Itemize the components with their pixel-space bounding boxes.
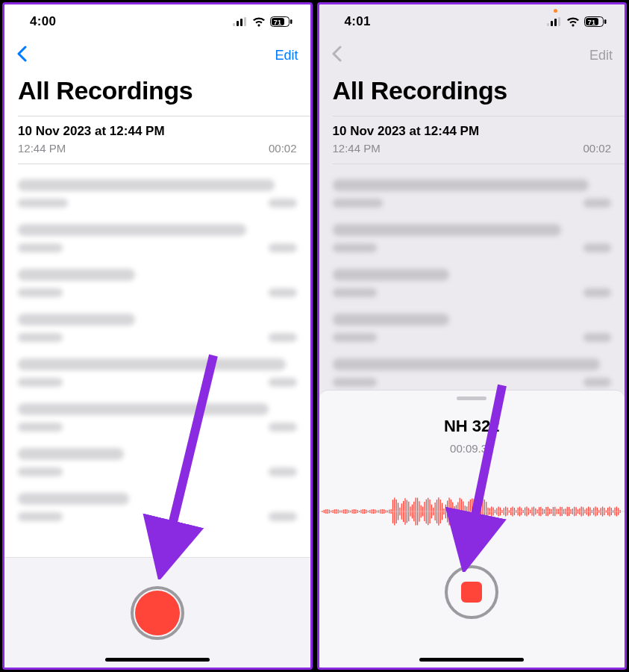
svg-rect-12	[554, 19, 557, 26]
svg-rect-10	[547, 23, 549, 26]
recording-duration: 00:02	[583, 142, 611, 155]
svg-text:71: 71	[273, 19, 281, 26]
status-icons: 71	[233, 16, 292, 27]
recording-item[interactable]: 10 Nov 2023 at 12:44 PM 12:44 PM 00:02	[319, 116, 625, 164]
chevron-left-icon	[16, 46, 27, 62]
nav-bar: Edit	[4, 39, 310, 72]
battery-icon: 71	[270, 16, 292, 27]
status-icons: 71	[547, 16, 607, 27]
svg-rect-16	[604, 19, 607, 24]
svg-rect-2	[240, 19, 242, 26]
status-bar: 4:00 71	[4, 4, 310, 39]
edit-button[interactable]: Edit	[589, 48, 613, 63]
home-indicator[interactable]	[419, 658, 524, 662]
record-icon	[135, 591, 180, 635]
list-item-blurred	[18, 314, 297, 342]
screenshot-left: 4:00 71 Edit All Recordings 10 Nov 2023 …	[2, 2, 313, 670]
stop-button[interactable]	[445, 565, 498, 619]
status-bar: 4:01 71	[319, 4, 625, 39]
page-title: All Recordings	[4, 72, 310, 116]
list-item-blurred	[18, 493, 297, 521]
recording-meta: 12:44 PM 00:02	[333, 142, 612, 155]
list-item-blurred	[333, 224, 612, 252]
record-button[interactable]	[131, 586, 184, 640]
battery-icon: 71	[584, 16, 607, 27]
recording-title: 10 Nov 2023 at 12:44 PM	[333, 124, 612, 139]
cellular-icon	[547, 17, 562, 26]
edit-button[interactable]: Edit	[275, 48, 298, 63]
stop-icon	[461, 582, 482, 603]
back-button[interactable]	[16, 46, 27, 65]
list-item-blurred	[333, 314, 612, 342]
chevron-left-icon	[331, 46, 342, 62]
recording-time: 12:44 PM	[333, 142, 381, 155]
recording-title: 10 Nov 2023 at 12:44 PM	[18, 124, 297, 139]
status-time: 4:01	[345, 14, 371, 29]
list-item-blurred	[18, 448, 297, 476]
wifi-icon	[566, 17, 580, 27]
list-item-blurred	[18, 403, 297, 432]
recording-meta: 12:44 PM 00:02	[18, 142, 297, 155]
back-button[interactable]	[331, 46, 342, 65]
wifi-icon	[252, 17, 266, 27]
list-item-blurred	[333, 358, 612, 387]
recording-name: NH 322	[444, 417, 500, 436]
svg-rect-13	[558, 17, 560, 26]
nav-bar: Edit	[319, 39, 625, 72]
list-item-blurred	[18, 179, 297, 208]
recording-indicator-icon	[554, 9, 557, 13]
list-item-blurred	[18, 269, 297, 297]
home-indicator[interactable]	[105, 658, 210, 662]
waveform	[319, 485, 625, 538]
svg-rect-0	[233, 23, 235, 26]
status-time: 4:00	[30, 14, 56, 29]
svg-rect-6	[290, 19, 292, 24]
list-item-blurred	[333, 269, 612, 297]
svg-text:71: 71	[588, 19, 596, 26]
recording-duration: 00:02	[269, 142, 297, 155]
sheet-handle[interactable]	[457, 396, 486, 400]
screenshot-right: 4:01 71 Edit All Recordings 10 Nov 2023 …	[317, 2, 628, 670]
cellular-icon	[233, 17, 248, 26]
page-title: All Recordings	[319, 72, 625, 116]
svg-rect-3	[244, 17, 246, 26]
svg-rect-11	[551, 21, 553, 26]
recording-timer: 00:09.32	[450, 442, 493, 455]
list-item-blurred	[18, 358, 297, 387]
recording-time: 12:44 PM	[18, 142, 66, 155]
recording-sheet[interactable]: NH 322 00:09.32	[319, 390, 625, 668]
list-item-blurred	[18, 224, 297, 252]
recording-item[interactable]: 10 Nov 2023 at 12:44 PM 12:44 PM 00:02	[4, 116, 310, 164]
list-item-blurred	[333, 179, 612, 208]
record-bar	[4, 557, 310, 668]
svg-rect-1	[237, 21, 239, 26]
